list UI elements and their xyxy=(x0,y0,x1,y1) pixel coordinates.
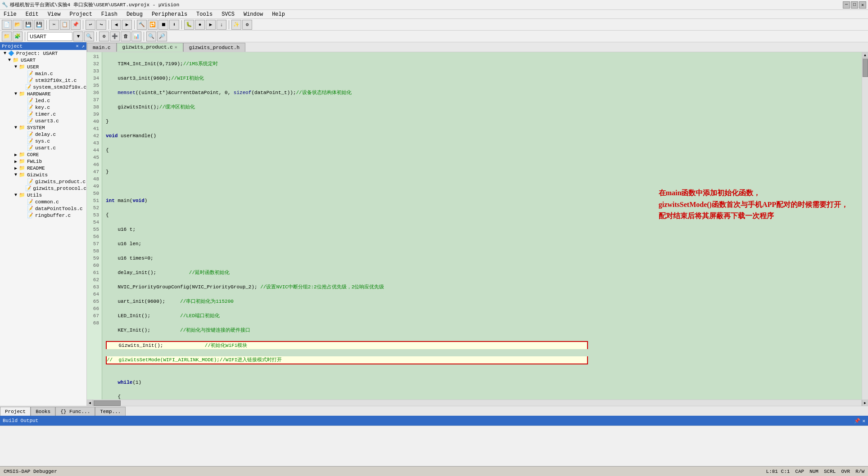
target-input[interactable] xyxy=(27,32,72,41)
delete-button[interactable]: 🗑 xyxy=(121,31,131,41)
code-content[interactable]: TIM4_Int_Init(9,7199);//1MS系统定时 usart3_i… xyxy=(102,52,862,400)
menu-peripherals[interactable]: Peripherals xyxy=(150,11,189,18)
menu-edit[interactable]: Edit xyxy=(24,11,41,18)
tab-gizwits-product-c[interactable]: gizwits_product.c ✕ xyxy=(117,43,183,52)
tree-timer-c[interactable]: 📝 timer.c xyxy=(0,111,86,117)
sidebar-controls[interactable]: × ↗ xyxy=(76,43,85,49)
menu-svcs[interactable]: SVCS xyxy=(220,11,236,18)
editor-scrollbar-v[interactable]: ▲ ▼ xyxy=(862,52,868,400)
tree-readme-folder[interactable]: ▶ 📁 README xyxy=(0,165,86,171)
line-numbers: 31 32 33 34 35 36 37 38 39 40 41 42 43 4… xyxy=(87,52,102,400)
editor-area[interactable]: 31 32 33 34 35 36 37 38 39 40 41 42 43 4… xyxy=(87,52,862,400)
scroll-h-thumb[interactable] xyxy=(94,400,121,406)
scroll-left-arrow[interactable]: ◀ xyxy=(87,400,93,406)
tree-project-root[interactable]: ▼ 🔷 Project: USART xyxy=(0,50,86,57)
statusbar-left: CMSIS-DAP Debugger xyxy=(4,469,57,474)
new-file-button[interactable]: 📄 xyxy=(2,20,12,30)
bottom-tab-func[interactable]: {} Func... xyxy=(55,407,95,416)
wizard-button[interactable]: 🔍 xyxy=(84,31,94,41)
forward-button[interactable]: ▶ xyxy=(122,20,132,30)
tree-fwlib-folder[interactable]: ▶ 📁 FWLib xyxy=(0,158,86,165)
save-all-button[interactable]: 💾 xyxy=(34,20,44,30)
run-button[interactable]: ▶ xyxy=(206,20,216,30)
editor-scrollbar-h[interactable]: ◀ ▶ xyxy=(87,400,868,406)
tree-main-c[interactable]: 📝 main.c xyxy=(0,70,86,77)
tree-usart3-c[interactable]: 📝 usart3.c xyxy=(0,117,86,124)
scroll-thumb[interactable] xyxy=(863,59,868,77)
tree-core-folder[interactable]: ▶ 📁 CORE xyxy=(0,151,86,158)
tree-ringbuffer-c[interactable]: 📝 ringbuffer.c xyxy=(0,212,86,219)
titlebar-controls[interactable]: ─ □ ✕ xyxy=(843,1,866,9)
tree-system-stm32[interactable]: 📝 system_stm32f10x.c xyxy=(0,84,86,90)
tree-utils-folder[interactable]: ▼ 📁 Utils xyxy=(0,192,86,198)
tree-usart-c[interactable]: 📝 usart.c xyxy=(0,144,86,151)
menu-flash[interactable]: Flash xyxy=(99,11,119,18)
build-output[interactable] xyxy=(0,426,868,456)
menu-view[interactable]: View xyxy=(46,11,63,18)
tree-datapoint-c[interactable]: 📝 dataPointTools.c xyxy=(0,205,86,212)
dropdown-button[interactable]: ▼ xyxy=(73,31,83,41)
tree-gizwits-product[interactable]: 📝 gizwits_product.c xyxy=(0,178,86,185)
menu-window[interactable]: Window xyxy=(242,11,265,18)
open-button[interactable]: 📂 xyxy=(13,20,23,30)
debug-button[interactable]: 🐛 xyxy=(184,20,194,30)
search-button[interactable]: 🔍 xyxy=(146,31,156,41)
bottom-tab-temp[interactable]: Temp... xyxy=(95,407,126,416)
project-select-button[interactable]: 📁 xyxy=(2,31,12,41)
tree-usart-folder[interactable]: ▼ 📁 USART xyxy=(0,57,86,63)
pin-icon[interactable]: 📌 xyxy=(854,418,860,424)
component-button[interactable]: 🧩 xyxy=(13,31,23,41)
menu-help[interactable]: Help xyxy=(270,11,287,18)
minimize-button[interactable]: ─ xyxy=(843,1,850,9)
menu-debug[interactable]: Debug xyxy=(125,11,145,18)
download-button[interactable]: ⬇ xyxy=(169,20,179,30)
build-header-controls[interactable]: 📌 ✕ xyxy=(854,418,865,424)
magic-wand-button[interactable]: ✨ xyxy=(231,20,241,30)
step-button[interactable]: ↓ xyxy=(217,20,226,30)
config-button[interactable]: ⚙ xyxy=(242,20,252,30)
tree-gizwits-protocol[interactable]: 📝 gizwits_protocol.c xyxy=(0,185,86,192)
scroll-right-arrow[interactable]: ▶ xyxy=(862,400,868,406)
save-button[interactable]: 💾 xyxy=(23,20,33,30)
bottom-tab-books[interactable]: Books xyxy=(31,407,55,416)
redo-button[interactable]: ↪ xyxy=(96,20,106,30)
tree-sys-c[interactable]: 📝 sys.c xyxy=(0,138,86,144)
cursor-position: L:81 C:1 xyxy=(766,469,790,474)
tree-common-c[interactable]: 📝 common.c xyxy=(0,198,86,205)
stop-button[interactable]: ⏹ xyxy=(158,20,168,30)
close-build-icon[interactable]: ✕ xyxy=(862,418,865,424)
breakpoint-button[interactable]: ● xyxy=(195,20,205,30)
maximize-button[interactable]: □ xyxy=(851,1,858,9)
annotation-line2: gizwitsSetMode()函数首次与手机APP配对的时候需要打开， xyxy=(659,199,848,211)
tree-system-folder[interactable]: ▼ 📁 SYSTEM xyxy=(0,124,86,131)
tree-stm32f10x-it[interactable]: 📝 stm32f10x_it.c xyxy=(0,77,86,84)
build-button[interactable]: 🔨 xyxy=(137,20,147,30)
tab-main-c[interactable]: main.c xyxy=(87,43,117,52)
manage-button[interactable]: 📊 xyxy=(131,31,141,41)
rebuild-button[interactable]: 🔁 xyxy=(148,20,158,30)
tree-user-folder[interactable]: ▼ 📁 USER xyxy=(0,63,86,70)
tree-hardware-folder[interactable]: ▼ 📁 HARDWARE xyxy=(0,90,86,97)
tree-delay-c[interactable]: 📝 delay.c xyxy=(0,131,86,138)
tab-gizwits-product-c-close[interactable]: ✕ xyxy=(175,45,177,50)
copy-button[interactable]: 📋 xyxy=(60,20,70,30)
code-line-31: TIM4_Int_Init(9,7199);//1MS系统定时 xyxy=(106,60,858,67)
menu-project[interactable]: Project xyxy=(68,11,94,18)
target-options-button[interactable]: ⚙ xyxy=(99,31,109,41)
tree-key-c[interactable]: 📝 key.c xyxy=(0,104,86,111)
code-line-49: uart_init(9600); //串口初始化为115200 xyxy=(106,298,858,305)
tree-led-c[interactable]: 📝 led.c xyxy=(0,97,86,104)
cut-button[interactable]: ✂ xyxy=(49,20,59,30)
bottom-tab-project[interactable]: Project xyxy=(0,407,31,416)
undo-button[interactable]: ↩ xyxy=(86,20,95,30)
tab-gizwits-product-h[interactable]: gizwits_product.h xyxy=(183,43,245,52)
menu-tools[interactable]: Tools xyxy=(194,11,214,18)
close-button[interactable]: ✕ xyxy=(859,1,866,9)
find-button[interactable]: 🔎 xyxy=(157,31,167,41)
back-button[interactable]: ◀ xyxy=(111,20,121,30)
insert-button[interactable]: ➕ xyxy=(110,31,120,41)
scroll-up-arrow[interactable]: ▲ xyxy=(862,52,868,58)
menu-file[interactable]: File xyxy=(2,11,18,18)
tree-gizwits-folder[interactable]: ▼ 📁 Gizwits xyxy=(0,171,86,178)
paste-button[interactable]: 📌 xyxy=(71,20,81,30)
